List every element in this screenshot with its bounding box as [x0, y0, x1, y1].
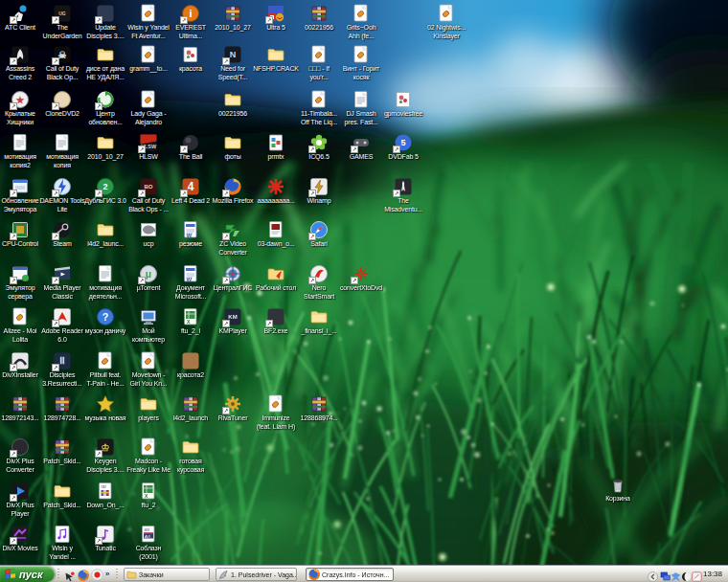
svg-text:4: 4 — [188, 180, 194, 193]
svg-text:avi: avi — [145, 527, 150, 532]
svg-text:AVI: AVI — [145, 535, 150, 539]
svg-text:BO: BO — [145, 184, 153, 190]
svg-text:UG: UG — [58, 11, 66, 16]
svg-text:W: W — [187, 233, 193, 238]
svg-text:?: ? — [102, 311, 109, 323]
svg-text:☠: ☠ — [58, 50, 67, 60]
svg-text:♔: ♔ — [102, 442, 110, 453]
svg-text:N: N — [230, 50, 237, 59]
svg-text:W: W — [187, 277, 193, 282]
svg-text:i: i — [189, 8, 192, 19]
svg-text:µ: µ — [146, 268, 151, 280]
svg-text:rar: rar — [102, 484, 107, 489]
svg-text:★: ★ — [16, 95, 25, 105]
svg-text:5: 5 — [400, 138, 405, 147]
svg-text:2: 2 — [102, 182, 107, 191]
svg-text:KM: KM — [228, 314, 237, 320]
svg-text:Ⅲ: Ⅲ — [59, 356, 65, 366]
